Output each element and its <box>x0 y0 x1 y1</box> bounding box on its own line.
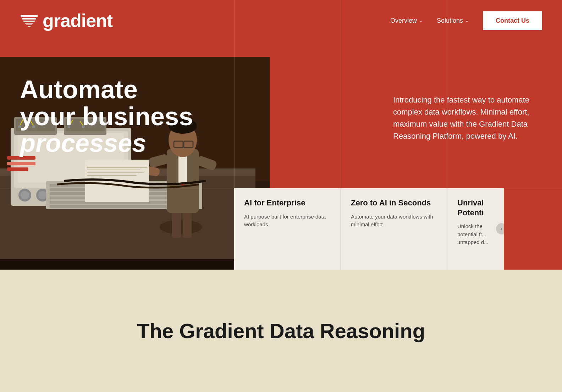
card-1-title: Zero to AI in Seconds <box>351 198 437 208</box>
svg-rect-40 <box>172 209 181 238</box>
main-nav: Overview ⌄ Solutions ⌄ Contact Us <box>390 11 542 30</box>
svg-rect-0 <box>21 15 38 17</box>
feature-card-1: Zero to AI in Seconds Automate your data… <box>341 188 447 270</box>
hero-headline: Automate your business processes <box>20 76 193 157</box>
svg-rect-25 <box>7 162 35 165</box>
svg-point-14 <box>21 191 29 199</box>
svg-rect-3 <box>25 23 33 24</box>
site-header: gradient Overview ⌄ Solutions ⌄ Contact … <box>0 0 562 41</box>
gradient-logo-icon <box>20 11 38 30</box>
svg-rect-54 <box>87 167 147 168</box>
svg-rect-2 <box>23 21 35 22</box>
svg-rect-4 <box>26 24 32 25</box>
svg-rect-56 <box>87 172 144 173</box>
svg-rect-1 <box>22 18 36 20</box>
overview-chevron-icon: ⌄ <box>419 18 423 23</box>
contact-us-button[interactable]: Contact Us <box>483 11 542 30</box>
nav-overview[interactable]: Overview ⌄ <box>390 17 423 24</box>
card-2-desc: Unlock thepotential fr...untapped d... <box>457 222 494 247</box>
solutions-chevron-icon: ⌄ <box>465 18 469 23</box>
cards-next-arrow[interactable]: › <box>496 223 504 234</box>
feature-card-0: AI for Enterprise AI purpose built for e… <box>234 188 341 270</box>
svg-rect-41 <box>183 209 192 238</box>
svg-rect-5 <box>28 26 31 27</box>
headline-line2: your business <box>20 103 193 130</box>
card-0-desc: AI purpose built for enterprise data wor… <box>244 213 330 229</box>
headline-line1: Automate <box>20 76 193 103</box>
card-0-title: AI for Enterprise <box>244 198 330 208</box>
feature-card-2: UnrivalPotenti Unlock thepotential fr...… <box>447 188 504 270</box>
logo[interactable]: gradient <box>20 10 112 31</box>
svg-point-16 <box>38 191 47 199</box>
bottom-title: The Gradient Data Reasoning <box>137 319 425 343</box>
card-1-desc: Automate your data workflows with minima… <box>351 213 437 229</box>
svg-rect-55 <box>87 170 140 170</box>
svg-rect-26 <box>7 167 28 171</box>
bottom-section: The Gradient Data Reasoning <box>0 270 562 392</box>
headline-line3: processes <box>20 130 193 157</box>
logo-text: gradient <box>43 10 112 31</box>
card-2-title: UnrivalPotenti <box>457 198 494 217</box>
svg-rect-57 <box>87 175 137 176</box>
feature-cards: AI for Enterprise AI purpose built for e… <box>234 188 562 270</box>
hero-description: Introducing the fastest way to automate … <box>393 94 542 142</box>
hero-section: gradient Overview ⌄ Solutions ⌄ Contact … <box>0 0 562 270</box>
svg-rect-58 <box>0 259 270 270</box>
nav-solutions[interactable]: Solutions ⌄ <box>437 17 469 24</box>
